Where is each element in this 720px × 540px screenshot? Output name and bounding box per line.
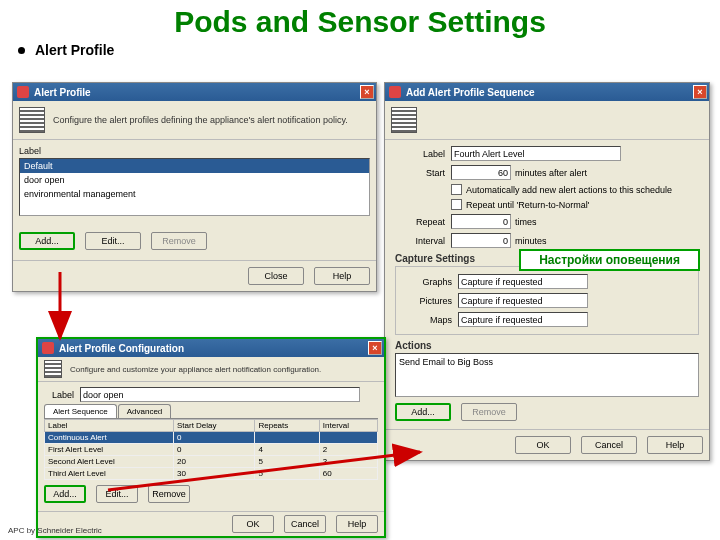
graphs-select[interactable] bbox=[458, 274, 588, 289]
tab-advanced[interactable]: Advanced bbox=[118, 404, 172, 418]
repeat-lab: Repeat bbox=[395, 217, 445, 227]
interval-unit: minutes bbox=[515, 236, 547, 246]
label-lab: Label bbox=[395, 149, 445, 159]
list-item[interactable]: environmental management bbox=[20, 187, 369, 201]
repeat-until-label: Repeat until 'Return-to-Normal' bbox=[466, 200, 590, 210]
table-row[interactable]: Continuous Alert0 bbox=[45, 432, 378, 444]
help-button[interactable]: Help bbox=[314, 267, 370, 285]
remove-button[interactable]: Remove bbox=[148, 485, 190, 503]
title-text: Add Alert Profile Sequence bbox=[406, 87, 535, 98]
close-icon[interactable]: × bbox=[368, 341, 382, 355]
add-button[interactable]: Add... bbox=[19, 232, 75, 250]
label-field[interactable] bbox=[451, 146, 621, 161]
slide-title: Pods and Sensor Settings bbox=[0, 0, 720, 42]
cancel-button[interactable]: Cancel bbox=[581, 436, 637, 454]
auto-add-label: Automatically add new alert actions to t… bbox=[466, 185, 672, 195]
bullet-text: Alert Profile bbox=[35, 42, 114, 58]
header-icon bbox=[44, 360, 62, 378]
profile-config-window: Alert Profile Configuration × Configure … bbox=[36, 337, 386, 538]
add-action-button[interactable]: Add... bbox=[395, 403, 451, 421]
action-item[interactable]: Send Email to Big Boss bbox=[399, 357, 695, 367]
header-icon bbox=[391, 107, 417, 133]
col-label: Label bbox=[45, 420, 174, 432]
pictures-select[interactable] bbox=[458, 293, 588, 308]
header-icon bbox=[19, 107, 45, 133]
table-row[interactable]: Second Alert Level2053 bbox=[45, 456, 378, 468]
pictures-lab: Pictures bbox=[402, 296, 452, 306]
ok-button[interactable]: OK bbox=[232, 515, 274, 533]
app-icon bbox=[17, 86, 29, 98]
alert-profile-window: Alert Profile × Configure the alert prof… bbox=[12, 82, 377, 292]
label-field[interactable] bbox=[80, 387, 360, 402]
help-button[interactable]: Help bbox=[336, 515, 378, 533]
edit-button[interactable]: Edit... bbox=[85, 232, 141, 250]
list-item[interactable]: door open bbox=[20, 173, 369, 187]
interval-field[interactable] bbox=[451, 233, 511, 248]
list-item[interactable]: Default bbox=[20, 159, 369, 173]
table-row[interactable]: Third Alert Level30560 bbox=[45, 468, 378, 480]
remove-action-button: Remove bbox=[461, 403, 517, 421]
annotation-capture: Настройки оповещения bbox=[519, 249, 700, 271]
close-button[interactable]: Close bbox=[248, 267, 304, 285]
col-repeats: Repeats bbox=[255, 420, 319, 432]
actions-list[interactable]: Send Email to Big Boss bbox=[395, 353, 699, 397]
label-heading: Label bbox=[19, 146, 370, 156]
titlebar: Add Alert Profile Sequence × bbox=[385, 83, 709, 101]
label-lab: Label bbox=[44, 390, 74, 400]
header-row: Configure and customize your appliance a… bbox=[38, 357, 384, 382]
interval-lab: Interval bbox=[395, 236, 445, 246]
auto-add-checkbox[interactable] bbox=[451, 184, 462, 195]
help-button[interactable]: Help bbox=[647, 436, 703, 454]
tab-alert-sequence[interactable]: Alert Sequence bbox=[44, 404, 117, 418]
tabset: Alert Sequence Advanced bbox=[44, 404, 378, 419]
titlebar: Alert Profile Configuration × bbox=[38, 339, 384, 357]
ok-button[interactable]: OK bbox=[515, 436, 571, 454]
titlebar: Alert Profile × bbox=[13, 83, 376, 101]
start-field[interactable] bbox=[451, 165, 511, 180]
header-row bbox=[385, 101, 709, 140]
add-sequence-window: Add Alert Profile Sequence × Label Start… bbox=[384, 82, 710, 461]
profile-list[interactable]: Default door open environmental manageme… bbox=[19, 158, 370, 216]
title-text: Alert Profile bbox=[34, 87, 91, 98]
cancel-button[interactable]: Cancel bbox=[284, 515, 326, 533]
sequence-table[interactable]: LabelStart DelayRepeatsInterval Continuo… bbox=[44, 419, 378, 480]
col-start: Start Delay bbox=[173, 420, 254, 432]
maps-lab: Maps bbox=[402, 315, 452, 325]
bullet-icon bbox=[18, 47, 25, 54]
repeat-field[interactable] bbox=[451, 214, 511, 229]
start-lab: Start bbox=[395, 168, 445, 178]
close-icon[interactable]: × bbox=[693, 85, 707, 99]
footer-text: APC by Schneider Electric bbox=[8, 526, 102, 535]
header-row: Configure the alert profiles defining th… bbox=[13, 101, 376, 140]
repeat-unit: times bbox=[515, 217, 537, 227]
table-row[interactable]: First Alert Level042 bbox=[45, 444, 378, 456]
app-icon bbox=[389, 86, 401, 98]
edit-button[interactable]: Edit... bbox=[96, 485, 138, 503]
start-unit: minutes after alert bbox=[515, 168, 587, 178]
bullet-item: Alert Profile bbox=[0, 42, 720, 58]
close-icon[interactable]: × bbox=[360, 85, 374, 99]
title-text: Alert Profile Configuration bbox=[59, 343, 184, 354]
header-desc: Configure and customize your appliance a… bbox=[70, 365, 321, 374]
col-interval: Interval bbox=[319, 420, 377, 432]
app-icon bbox=[42, 342, 54, 354]
add-button[interactable]: Add... bbox=[44, 485, 86, 503]
repeat-until-checkbox[interactable] bbox=[451, 199, 462, 210]
maps-select[interactable] bbox=[458, 312, 588, 327]
header-desc: Configure the alert profiles defining th… bbox=[53, 115, 348, 125]
graphs-lab: Graphs bbox=[402, 277, 452, 287]
actions-heading: Actions bbox=[395, 340, 699, 351]
remove-button: Remove bbox=[151, 232, 207, 250]
